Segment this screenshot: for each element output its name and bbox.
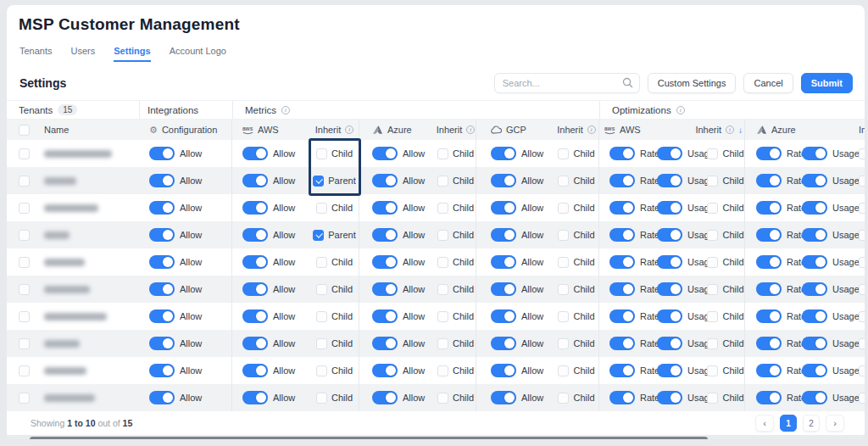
info-icon[interactable]: i: [345, 125, 353, 134]
opt-aws-usage-toggle[interactable]: [657, 255, 682, 269]
opt-inherit-checkbox[interactable]: [707, 311, 718, 322]
col-metrics-aws-inherit[interactable]: Inherit i: [310, 120, 359, 140]
row-select-checkbox[interactable]: [19, 257, 30, 268]
opt-aws-usage-toggle[interactable]: [657, 391, 682, 404]
pagination-next-button[interactable]: ›: [826, 415, 844, 432]
opt-azure-usage-toggle[interactable]: [802, 174, 827, 187]
configuration-toggle[interactable]: [149, 282, 175, 296]
metrics-aws-toggle[interactable]: [242, 228, 268, 242]
metrics-azure-toggle[interactable]: [372, 391, 398, 404]
opt-aws-usage-toggle[interactable]: [657, 147, 682, 160]
tab-tenants[interactable]: Tenants: [19, 46, 53, 60]
opt-azure-usage-toggle[interactable]: [802, 309, 827, 323]
opt-aws-usage-toggle[interactable]: [657, 201, 682, 215]
metrics-aws-toggle[interactable]: [242, 255, 268, 269]
metrics-azure-inherit-checkbox[interactable]: [437, 203, 448, 214]
col-optimizations-azure-inherit[interactable]: Inherit: [850, 120, 865, 140]
row-select-checkbox[interactable]: [19, 311, 30, 322]
opt-azure-inherit-checkbox[interactable]: [859, 257, 865, 268]
opt-aws-usage-toggle[interactable]: [657, 364, 682, 377]
metrics-gcp-inherit-checkbox[interactable]: [558, 203, 569, 214]
configuration-toggle[interactable]: [149, 255, 175, 269]
metrics-aws-toggle[interactable]: [242, 174, 268, 187]
metrics-azure-inherit-checkbox[interactable]: [437, 176, 448, 187]
opt-azure-inherit-checkbox[interactable]: [859, 338, 865, 349]
opt-azure-usage-toggle[interactable]: [802, 282, 827, 296]
metrics-azure-toggle[interactable]: [372, 309, 398, 323]
opt-azure-rate-toggle[interactable]: [756, 309, 782, 323]
metrics-azure-toggle[interactable]: [372, 255, 398, 269]
opt-aws-rate-toggle[interactable]: [609, 364, 635, 377]
opt-inherit-checkbox[interactable]: [707, 230, 718, 241]
horizontal-scrollbar-thumb[interactable]: [30, 437, 708, 440]
opt-inherit-checkbox[interactable]: [707, 203, 718, 214]
opt-aws-rate-toggle[interactable]: [609, 337, 635, 350]
configuration-toggle[interactable]: [149, 228, 175, 242]
metrics-aws-inherit-checkbox[interactable]: [313, 176, 324, 187]
opt-azure-usage-toggle[interactable]: [802, 337, 827, 350]
metrics-azure-toggle[interactable]: [372, 228, 398, 242]
opt-azure-usage-toggle[interactable]: [802, 201, 827, 215]
metrics-gcp-toggle[interactable]: [491, 228, 516, 242]
sort-desc-icon[interactable]: ↓: [738, 125, 743, 135]
metrics-azure-toggle[interactable]: [372, 201, 398, 215]
opt-azure-usage-toggle[interactable]: [802, 255, 827, 269]
opt-azure-rate-toggle[interactable]: [756, 391, 782, 404]
opt-aws-rate-toggle[interactable]: [609, 228, 635, 242]
metrics-aws-toggle[interactable]: [242, 147, 268, 160]
opt-aws-rate-toggle[interactable]: [609, 282, 635, 296]
metrics-aws-toggle[interactable]: [242, 309, 268, 323]
cancel-button[interactable]: Cancel: [743, 73, 793, 93]
opt-inherit-checkbox[interactable]: [707, 257, 718, 268]
metrics-aws-inherit-checkbox[interactable]: [316, 284, 327, 295]
configuration-toggle[interactable]: [149, 364, 175, 377]
metrics-gcp-toggle[interactable]: [491, 174, 516, 187]
opt-azure-usage-toggle[interactable]: [802, 147, 827, 160]
info-icon[interactable]: i: [726, 125, 734, 134]
row-select-checkbox[interactable]: [19, 148, 30, 159]
metrics-gcp-inherit-checkbox[interactable]: [558, 365, 569, 376]
metrics-gcp-toggle[interactable]: [491, 147, 516, 160]
opt-azure-rate-toggle[interactable]: [756, 147, 782, 160]
opt-azure-inherit-checkbox[interactable]: [859, 365, 865, 376]
info-icon[interactable]: i: [676, 106, 685, 114]
row-select-checkbox[interactable]: [19, 176, 30, 187]
metrics-gcp-toggle[interactable]: [491, 337, 516, 350]
opt-aws-rate-toggle[interactable]: [609, 255, 635, 269]
tab-settings[interactable]: Settings: [114, 46, 150, 62]
select-all-checkbox[interactable]: [19, 125, 30, 136]
metrics-aws-toggle[interactable]: [242, 282, 268, 296]
info-icon[interactable]: i: [587, 125, 596, 134]
metrics-azure-toggle[interactable]: [372, 174, 398, 187]
tab-account-logo[interactable]: Account Logo: [170, 46, 226, 60]
configuration-toggle[interactable]: [149, 309, 175, 323]
metrics-gcp-inherit-checkbox[interactable]: [558, 148, 569, 159]
metrics-aws-inherit-checkbox[interactable]: [316, 203, 327, 214]
opt-aws-usage-toggle[interactable]: [657, 282, 682, 296]
row-select-checkbox[interactable]: [19, 203, 30, 214]
metrics-gcp-toggle[interactable]: [491, 255, 516, 269]
opt-azure-inherit-checkbox[interactable]: [859, 311, 865, 322]
col-metrics-gcp-inherit[interactable]: Inherit i: [554, 120, 599, 140]
configuration-toggle[interactable]: [149, 201, 175, 215]
metrics-gcp-inherit-checkbox[interactable]: [558, 311, 569, 322]
opt-aws-rate-toggle[interactable]: [609, 147, 635, 160]
metrics-gcp-inherit-checkbox[interactable]: [558, 284, 569, 295]
submit-button[interactable]: Submit: [801, 73, 853, 93]
metrics-azure-toggle[interactable]: [372, 147, 398, 160]
opt-aws-rate-toggle[interactable]: [609, 391, 635, 404]
opt-aws-rate-toggle[interactable]: [609, 201, 635, 215]
configuration-toggle[interactable]: [149, 147, 175, 160]
metrics-aws-toggle[interactable]: [242, 201, 268, 215]
metrics-gcp-toggle[interactable]: [491, 282, 516, 296]
metrics-azure-inherit-checkbox[interactable]: [437, 230, 448, 241]
opt-azure-rate-toggle[interactable]: [756, 337, 782, 350]
metrics-gcp-inherit-checkbox[interactable]: [558, 230, 569, 241]
opt-azure-rate-toggle[interactable]: [756, 174, 782, 187]
metrics-aws-inherit-checkbox[interactable]: [316, 257, 327, 268]
metrics-aws-inherit-checkbox[interactable]: [316, 393, 327, 404]
opt-azure-inherit-checkbox[interactable]: [859, 393, 865, 404]
pagination-page-1[interactable]: 1: [780, 415, 797, 432]
metrics-aws-toggle[interactable]: [242, 364, 268, 377]
opt-azure-inherit-checkbox[interactable]: [859, 203, 865, 214]
